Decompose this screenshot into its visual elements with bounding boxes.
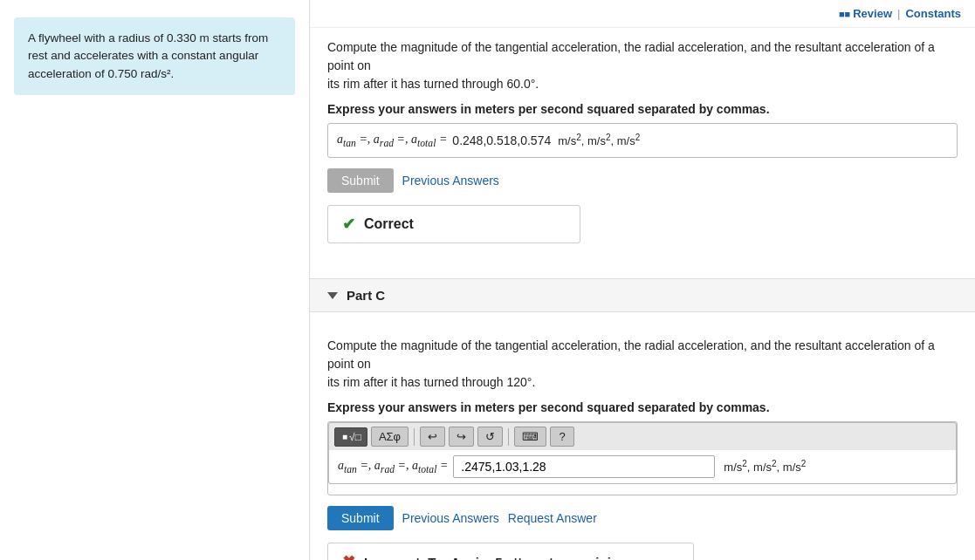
toolbar-separator-1 — [414, 428, 415, 446]
greek-button[interactable]: ΑΣφ — [371, 427, 409, 447]
part-c-toolbar: ■ √□ ΑΣφ ↩ ↪ ↺ ⌨ ? — [328, 422, 957, 450]
problem-description: A flywheel with a radius of 0.330 m star… — [14, 17, 295, 95]
part-c-request-answer-link[interactable]: Request Answer — [508, 511, 597, 525]
part-b-problem-text: Compute the magnitude of the tangential … — [327, 38, 958, 93]
part-b-content: Compute the magnitude of the tangential … — [310, 28, 975, 278]
greek-label: ΑΣφ — [379, 430, 401, 443]
refresh-button[interactable]: ↺ — [477, 427, 503, 447]
part-c-submit-button[interactable]: Submit — [327, 506, 394, 530]
part-c-problem-text: Compute the magnitude of the tangential … — [327, 337, 958, 392]
part-b-answer-label: atan =, arad =, atotal = — [337, 133, 447, 149]
toolbar-separator-2 — [508, 428, 509, 446]
part-c-answer-label: atan =, arad =, atotal = — [338, 459, 448, 475]
part-c-input-row: atan =, arad =, atotal = m/s2, m/s2, m/s… — [328, 450, 957, 484]
check-icon: ✔ — [342, 215, 355, 234]
part-c-btn-row: Submit Previous Answers Request Answer — [327, 506, 958, 530]
part-b-btn-row: Submit Previous Answers — [327, 168, 958, 193]
collapse-icon — [327, 292, 338, 299]
part-c-express-label: Express your answers in meters per secon… — [327, 400, 958, 414]
part-c-previous-answers-link[interactable]: Previous Answers — [402, 511, 499, 525]
keyboard-button[interactable]: ⌨ — [514, 427, 546, 447]
block-icon: ■ — [340, 431, 349, 442]
review-link[interactable]: ■■Review — [839, 7, 892, 20]
incorrect-box: ✖ Incorrect; Try Again; 5 attempts remai… — [327, 543, 694, 560]
part-c-input-wrapper: ■ √□ ΑΣφ ↩ ↪ ↺ ⌨ ? — [327, 421, 958, 495]
incorrect-label: Incorrect; Try Again; 5 attempts remaini… — [364, 555, 627, 561]
top-bar: ■■Review | Constants — [310, 0, 975, 28]
separator: | — [897, 7, 900, 20]
sidebar: A flywheel with a radius of 0.330 m star… — [0, 0, 310, 560]
problem-text: A flywheel with a radius of 0.330 m star… — [28, 31, 268, 80]
part-c-header[interactable]: Part C — [310, 278, 975, 312]
correct-label: Correct — [364, 216, 414, 232]
review-icon: ■■ — [839, 9, 850, 19]
sqrt-icon: √□ — [349, 431, 361, 443]
part-b-answer-unit: m/s2, m/s2, m/s2 — [558, 133, 640, 147]
part-b-answer-box: atan =, arad =, atotal = 0.248,0.518,0.5… — [327, 123, 958, 158]
help-button[interactable]: ? — [550, 427, 574, 447]
part-b-express-label: Express your answers in meters per secon… — [327, 102, 958, 116]
part-c-label: Part C — [347, 288, 385, 303]
correct-box: ✔ Correct — [327, 205, 580, 243]
x-icon: ✖ — [342, 552, 355, 560]
constants-link[interactable]: Constants — [905, 7, 961, 20]
redo-button[interactable]: ↪ — [449, 427, 474, 447]
part-b-answer-value: 0.248,0.518,0.574 — [452, 133, 551, 147]
part-c-content: Compute the magnitude of the tangential … — [310, 326, 975, 560]
part-b-previous-answers-link[interactable]: Previous Answers — [402, 174, 499, 188]
part-c-answer-unit: m/s2, m/s2, m/s2 — [724, 459, 806, 474]
part-b-submit-button[interactable]: Submit — [327, 168, 394, 193]
undo-button[interactable]: ↩ — [420, 427, 445, 447]
part-c-input[interactable] — [453, 455, 715, 478]
part-c-section: Part C Compute the magnitude of the tang… — [310, 278, 975, 560]
main-content: ■■Review | Constants Compute the magnitu… — [310, 0, 975, 560]
math-mode-button[interactable]: ■ √□ — [334, 427, 367, 447]
